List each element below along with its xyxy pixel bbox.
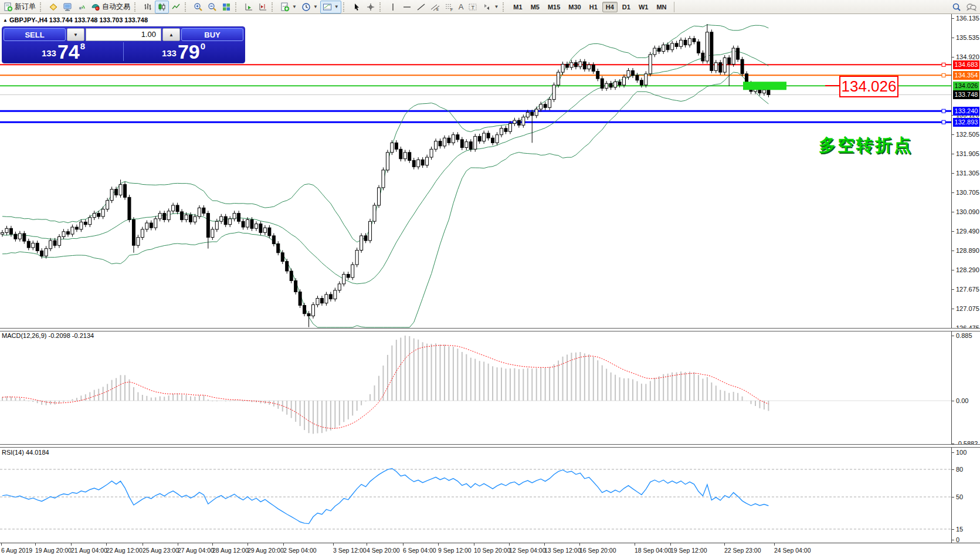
- text-tool-icon: A: [459, 2, 464, 11]
- line-anchor[interactable]: [942, 63, 945, 66]
- timeframe-mn[interactable]: MN: [653, 2, 670, 12]
- text-tool-button[interactable]: A: [456, 1, 466, 13]
- price-note-dash: [825, 85, 839, 86]
- channel-tool-button[interactable]: E: [428, 1, 442, 13]
- zoom-out-button[interactable]: [205, 1, 219, 13]
- price-axis-column[interactable]: 136.135135.535134.920133.120132.505131.9…: [952, 14, 980, 543]
- volume-increase-button[interactable]: ▲: [162, 28, 180, 41]
- time-label: 2 Sep 04:00: [283, 547, 317, 554]
- bar-chart-mode-button[interactable]: [141, 1, 155, 13]
- templates-button[interactable]: ▼: [320, 1, 341, 13]
- sell-price[interactable]: 133 74 8: [4, 41, 123, 62]
- time-tick: [143, 543, 143, 546]
- cursor-tool-button[interactable]: [350, 1, 364, 13]
- time-axis[interactable]: 6 Aug 201919 Aug 20:0021 Aug 04:0022 Aug…: [0, 543, 980, 555]
- pane-separator-macd[interactable]: [0, 328, 980, 331]
- zoom-in-icon: [194, 2, 203, 12]
- buy-price-prefix: 133: [162, 48, 177, 58]
- chart-shift-button[interactable]: [256, 1, 270, 13]
- arrows-tool-button[interactable]: ▼: [480, 1, 501, 13]
- turning-point-annotation[interactable]: 多空转折点: [819, 134, 913, 157]
- time-label: 6 Sep 04:00: [403, 547, 436, 554]
- indicators-button[interactable]: ▼: [278, 1, 299, 13]
- search-icon: [952, 2, 961, 12]
- time-tick: [35, 543, 36, 546]
- timeframe-d1[interactable]: D1: [619, 2, 634, 12]
- price-axis-line: [951, 14, 952, 543]
- horizontal-line-tool-button[interactable]: [400, 1, 414, 13]
- timeframe-m5[interactable]: M5: [527, 2, 543, 12]
- volume-decrease-button[interactable]: ▼: [67, 28, 84, 41]
- time-tick: [283, 543, 284, 546]
- time-label: 10 Sep 20:00: [474, 547, 510, 554]
- axis-tick: [952, 251, 954, 251]
- axis-tick: [952, 192, 954, 193]
- buy-price-sup: 0: [201, 41, 205, 51]
- text-label-tool-button[interactable]: T: [466, 1, 480, 13]
- periods-button[interactable]: ▼: [299, 1, 320, 13]
- mt4-window: { "toolbar": { "new_order_label": "新订单",…: [0, 0, 980, 555]
- toolbar-grip: [185, 2, 188, 12]
- new-order-label: 新订单: [15, 2, 36, 12]
- price-tick: 134.920: [956, 53, 979, 60]
- macd-tick: 0.885: [956, 332, 972, 339]
- svg-text:E: E: [436, 8, 439, 11]
- price-tick: 130.090: [956, 208, 979, 215]
- new-order-button[interactable]: 新订单: [1, 1, 38, 13]
- market-watch-button[interactable]: [46, 1, 60, 13]
- axis-tick: [952, 289, 954, 290]
- crosshair-icon: [366, 2, 375, 12]
- line-anchor[interactable]: [942, 73, 945, 77]
- data-window-button[interactable]: [60, 1, 74, 13]
- candlestick-mode-button[interactable]: [155, 1, 169, 13]
- signals-button[interactable]: [74, 1, 89, 13]
- pane-separator-rsi[interactable]: [0, 444, 980, 448]
- time-tick: [403, 543, 403, 546]
- chat-icon: [966, 2, 976, 12]
- macd-signal-line: [2, 345, 768, 428]
- collapse-arrow-icon[interactable]: ▲: [3, 18, 8, 23]
- search-button[interactable]: [950, 1, 964, 13]
- timeframe-h4[interactable]: H4: [602, 2, 618, 12]
- level-badge-134.683: 134.683: [953, 60, 979, 69]
- volume-input[interactable]: 1.00: [86, 28, 161, 41]
- chart-canvas[interactable]: [0, 0, 980, 555]
- time-tick: [509, 543, 510, 546]
- axis-tick: [952, 336, 954, 336]
- timeframe-m15[interactable]: M15: [544, 2, 564, 12]
- highlight-zone[interactable]: [743, 82, 786, 90]
- level-badge-134.026: 134.026: [953, 82, 979, 90]
- tile-windows-button[interactable]: [219, 1, 233, 13]
- fibonacci-tool-button[interactable]: F: [442, 1, 456, 13]
- timeframe-w1[interactable]: W1: [635, 2, 652, 12]
- buy-price[interactable]: 133 79 0: [124, 41, 243, 62]
- top-toolbar: 新订单 自动交易 ▼ ▼ ▼ E F A T ▼ M1M5M15M30H1H4D…: [0, 0, 980, 14]
- auto-scroll-button[interactable]: [242, 1, 256, 13]
- vertical-line-tool-button[interactable]: [386, 1, 400, 13]
- buy-button[interactable]: BUY: [181, 28, 243, 41]
- sell-price-prefix: 133: [42, 48, 56, 58]
- trendline-icon: [416, 2, 426, 12]
- rsi-tick: 80: [956, 466, 963, 473]
- timeframe-m30[interactable]: M30: [565, 2, 584, 12]
- time-label: 22 Sep 23:00: [724, 547, 761, 554]
- line-chart-mode-button[interactable]: [169, 1, 183, 13]
- chat-button[interactable]: [964, 1, 979, 13]
- trendline-tool-button[interactable]: [414, 1, 428, 13]
- sell-button[interactable]: SELL: [4, 28, 66, 41]
- candlestick-icon: [157, 2, 167, 12]
- line-anchor[interactable]: [942, 109, 945, 113]
- zoom-in-button[interactable]: [191, 1, 205, 13]
- time-tick: [178, 543, 178, 546]
- time-label: 27 Aug 04:00: [178, 547, 214, 554]
- price-note-box[interactable]: 134.026: [839, 76, 898, 97]
- level-badge-133.240: 133.240: [953, 107, 979, 116]
- line-anchor[interactable]: [942, 120, 945, 124]
- crosshair-tool-button[interactable]: [364, 1, 378, 13]
- price-tick: 136.135: [956, 15, 979, 22]
- autotrading-button[interactable]: 自动交易: [89, 1, 133, 13]
- time-tick: [212, 543, 213, 546]
- arrows-icon: [482, 2, 491, 12]
- timeframe-m1[interactable]: M1: [510, 2, 525, 12]
- timeframe-h1[interactable]: H1: [586, 2, 601, 12]
